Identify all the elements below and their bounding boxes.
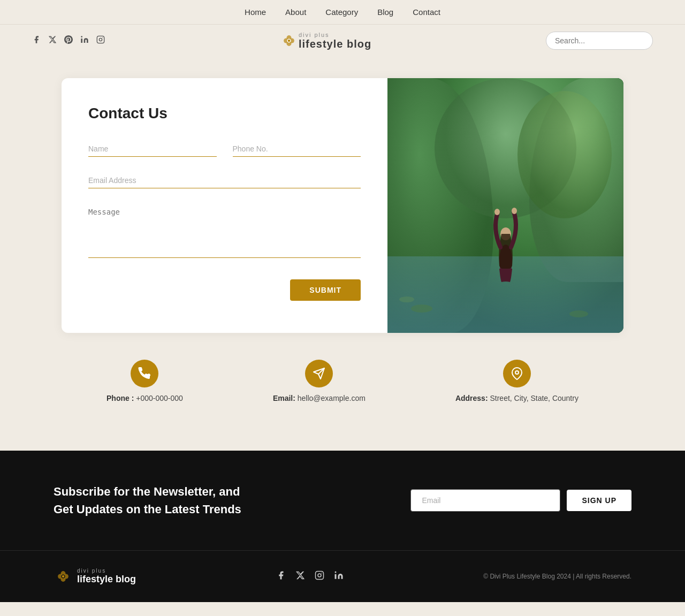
submit-row: SUBMIT xyxy=(88,279,361,301)
svg-point-13 xyxy=(512,208,517,214)
phone-icon xyxy=(138,367,151,380)
svg-point-2 xyxy=(99,38,102,41)
footer-instagram-icon[interactable] xyxy=(315,571,324,583)
phone-field-wrap xyxy=(233,141,361,157)
linkedin-icon[interactable] xyxy=(80,35,89,46)
svg-rect-21 xyxy=(315,571,323,579)
nav-item-category[interactable]: Category xyxy=(325,7,358,17)
email-icon-circle xyxy=(305,360,333,387)
nav-item-about[interactable]: About xyxy=(285,7,306,17)
footer-copyright: © Divi Plus Lifestyle Blog 2024 | All ri… xyxy=(483,573,631,580)
lily-pad-1 xyxy=(411,305,432,313)
footer-logo: divi plus lifestyle blog xyxy=(54,567,136,586)
location-icon xyxy=(511,367,523,380)
name-phone-row xyxy=(88,141,361,157)
footer-facebook-icon[interactable] xyxy=(276,571,286,583)
footer-site-name: lifestyle blog xyxy=(77,574,136,585)
contact-image xyxy=(387,78,623,333)
contact-section: Contact Us SUBMIT xyxy=(62,78,623,333)
email-field-wrap xyxy=(88,173,361,188)
svg-point-12 xyxy=(494,209,500,215)
svg-point-23 xyxy=(321,573,322,574)
footer-linkedin-icon[interactable] xyxy=(334,571,344,583)
instagram-icon[interactable] xyxy=(96,35,105,46)
address-info-item: Address: Street, City, State, Country xyxy=(455,360,579,402)
logo-icon xyxy=(279,31,299,50)
svg-rect-1 xyxy=(97,36,104,43)
search-box xyxy=(546,32,653,50)
email-icon xyxy=(313,367,325,380)
header-social-icons xyxy=(32,35,105,46)
footer-twitter-x-icon[interactable] xyxy=(295,571,305,583)
person-figure xyxy=(490,196,522,282)
email-input[interactable] xyxy=(88,173,361,188)
site-footer: divi plus lifestyle blog © Divi Plus Lif… xyxy=(0,550,685,602)
address-icon-circle xyxy=(503,360,531,387)
svg-point-14 xyxy=(515,371,519,374)
nav-item-home[interactable]: Home xyxy=(245,7,266,17)
newsletter-title: Subscribe for the Newsletter, and Get Up… xyxy=(54,483,246,518)
lily-pad-2 xyxy=(399,296,414,302)
nature-background xyxy=(387,78,623,333)
foliage-right xyxy=(517,91,612,218)
logo-brand: divi plus xyxy=(299,32,371,38)
name-field-wrap xyxy=(88,141,217,157)
footer-brand: divi plus xyxy=(77,568,136,574)
message-input[interactable] xyxy=(88,204,361,258)
header-bar: divi plus lifestyle blog xyxy=(0,25,685,57)
svg-point-24 xyxy=(334,571,336,573)
twitter-x-icon[interactable] xyxy=(48,35,57,46)
newsletter-section: Subscribe for the Newsletter, and Get Up… xyxy=(0,451,685,550)
newsletter-email-input[interactable] xyxy=(410,489,560,512)
site-logo[interactable]: divi plus lifestyle blog xyxy=(279,31,371,50)
phone-icon-circle xyxy=(131,360,158,387)
address-info-text: Address: Street, City, State, Country xyxy=(455,394,579,402)
footer-logo-icon xyxy=(54,567,73,586)
newsletter-form: SIGN UP xyxy=(410,489,631,512)
svg-point-9 xyxy=(288,40,291,42)
footer-social-icons xyxy=(276,571,344,583)
contact-info-section: Phone : +000-000-000 Email: hello@exampl… xyxy=(62,360,623,402)
pinterest-icon[interactable] xyxy=(64,35,73,46)
phone-input[interactable] xyxy=(233,141,361,157)
nav-item-contact[interactable]: Contact xyxy=(413,7,440,17)
svg-point-3 xyxy=(102,37,103,38)
top-navigation: Home About Category Blog Contact xyxy=(0,0,685,25)
contact-form-container: Contact Us SUBMIT xyxy=(62,78,387,333)
email-info-item: Email: hello@example.com xyxy=(273,360,366,402)
signup-button[interactable]: SIGN UP xyxy=(567,490,631,511)
svg-point-22 xyxy=(318,574,321,577)
message-field-wrap xyxy=(88,204,361,260)
facebook-icon[interactable] xyxy=(32,35,41,46)
nav-item-blog[interactable]: Blog xyxy=(377,7,393,17)
contact-title: Contact Us xyxy=(88,105,361,122)
submit-button[interactable]: SUBMIT xyxy=(290,279,361,301)
phone-info-text: Phone : +000-000-000 xyxy=(106,394,183,402)
svg-point-20 xyxy=(62,575,65,578)
search-input[interactable] xyxy=(546,32,653,50)
email-info-text: Email: hello@example.com xyxy=(273,394,366,402)
name-input[interactable] xyxy=(88,141,217,157)
phone-info-item: Phone : +000-000-000 xyxy=(106,360,183,402)
svg-point-0 xyxy=(81,36,82,37)
logo-site-name: lifestyle blog xyxy=(299,38,371,50)
